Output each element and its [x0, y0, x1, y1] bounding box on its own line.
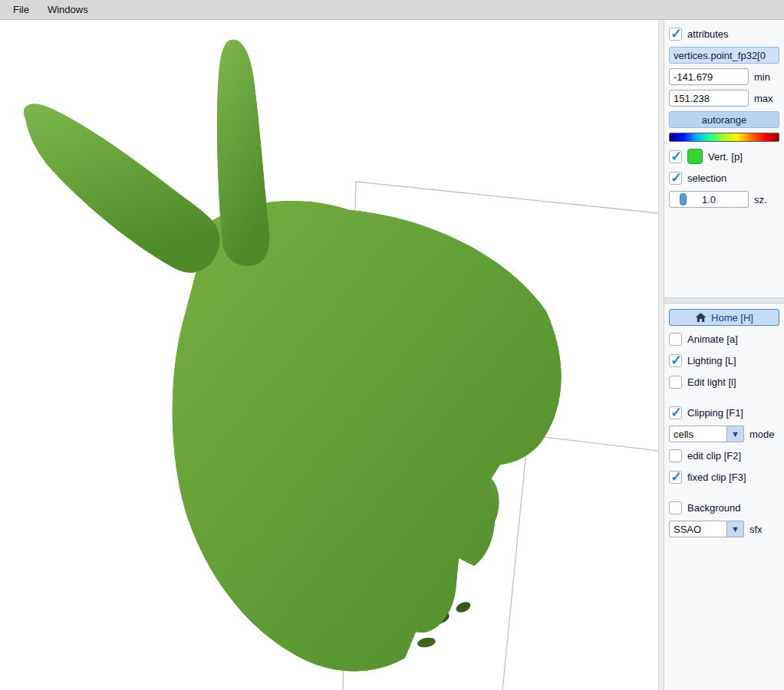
clipping-row: Clipping [F1] — [669, 404, 779, 421]
min-label: min — [754, 71, 770, 83]
clip-mode-row: cells mode — [669, 426, 779, 442]
edit-light-row: Edit light [l] — [669, 373, 779, 390]
fixed-clip-label: fixed clip [F3] — [687, 472, 746, 483]
edit-light-checkbox[interactable] — [669, 376, 682, 389]
attributes-row: attributes — [669, 25, 779, 42]
vert-checkbox[interactable] — [669, 150, 682, 163]
attributes-label: attributes — [687, 28, 728, 40]
background-checkbox[interactable] — [669, 501, 682, 514]
autorange-button[interactable]: autorange — [669, 111, 779, 128]
clipping-label: Clipping [F1] — [687, 407, 743, 419]
background-row: Background — [669, 499, 779, 516]
size-slider[interactable]: 1.0 — [669, 191, 749, 208]
selection-label: selection — [687, 172, 726, 184]
home-icon — [695, 312, 707, 323]
size-row: 1.0 sz. — [669, 191, 779, 208]
clipping-checkbox[interactable] — [669, 406, 682, 419]
edit-light-label: Edit light [l] — [687, 376, 736, 388]
attribute-name-input[interactable]: vertices.point_fp32[0 — [669, 47, 779, 64]
clip-mode-label: mode — [749, 429, 775, 440]
sfx-row: SSAO sfx — [669, 521, 779, 537]
sfx-label: sfx — [749, 524, 763, 535]
panel-section-divider — [664, 297, 784, 304]
edit-clip-label: edit clip [F2] — [687, 450, 741, 462]
edit-clip-checkbox[interactable] — [669, 449, 682, 462]
fixed-clip-checkbox[interactable] — [669, 471, 682, 484]
sfx-select[interactable]: SSAO — [669, 521, 744, 537]
colormap-bar — [669, 133, 779, 142]
selection-row: selection — [669, 169, 779, 186]
view-section: Home [H] Animate [a] Lighting [L] Edit l… — [664, 304, 784, 690]
attributes-section: attributes vertices.point_fp32[0 -141.67… — [664, 20, 784, 297]
splitter[interactable] — [658, 20, 664, 690]
animate-checkbox[interactable] — [669, 333, 682, 346]
bunny-model — [24, 40, 562, 672]
clip-mode-value: cells — [669, 426, 727, 442]
menu-item-windows[interactable]: Windows — [39, 2, 97, 18]
lighting-label: Lighting [L] — [687, 355, 736, 366]
sfx-value: SSAO — [669, 521, 727, 537]
edit-clip-row: edit clip [F2] — [669, 447, 779, 464]
min-input[interactable]: -141.679 — [669, 68, 749, 85]
dropdown-arrow-icon[interactable] — [727, 426, 744, 442]
animate-label: Animate [a] — [687, 334, 738, 345]
vert-row: Vert. [p] — [669, 148, 779, 165]
attributes-checkbox[interactable] — [669, 28, 682, 41]
animate-row: Animate [a] — [669, 330, 779, 347]
point-color-swatch[interactable] — [687, 149, 703, 164]
lighting-checkbox[interactable] — [669, 354, 682, 367]
background-label: Background — [687, 502, 740, 514]
max-input[interactable]: 151.238 — [669, 90, 749, 107]
size-slider-handle[interactable] — [680, 193, 687, 205]
menu-item-file[interactable]: File — [5, 2, 38, 18]
max-label: max — [754, 93, 773, 104]
viewport-3d[interactable] — [0, 20, 658, 690]
dropdown-arrow-icon[interactable] — [727, 521, 744, 537]
clip-mode-select[interactable]: cells — [669, 426, 744, 442]
panel-right: attributes vertices.point_fp32[0 -141.67… — [664, 20, 784, 690]
lighting-row: Lighting [L] — [669, 352, 779, 369]
menubar: File Windows — [0, 0, 784, 20]
size-value: 1.0 — [702, 194, 716, 205]
selection-checkbox[interactable] — [669, 172, 682, 185]
fixed-clip-row: fixed clip [F3] — [669, 468, 779, 485]
home-button[interactable]: Home [H] — [669, 309, 779, 326]
model-point-cloud — [0, 20, 658, 690]
size-label: sz. — [754, 194, 767, 205]
vert-label: Vert. [p] — [708, 151, 743, 163]
